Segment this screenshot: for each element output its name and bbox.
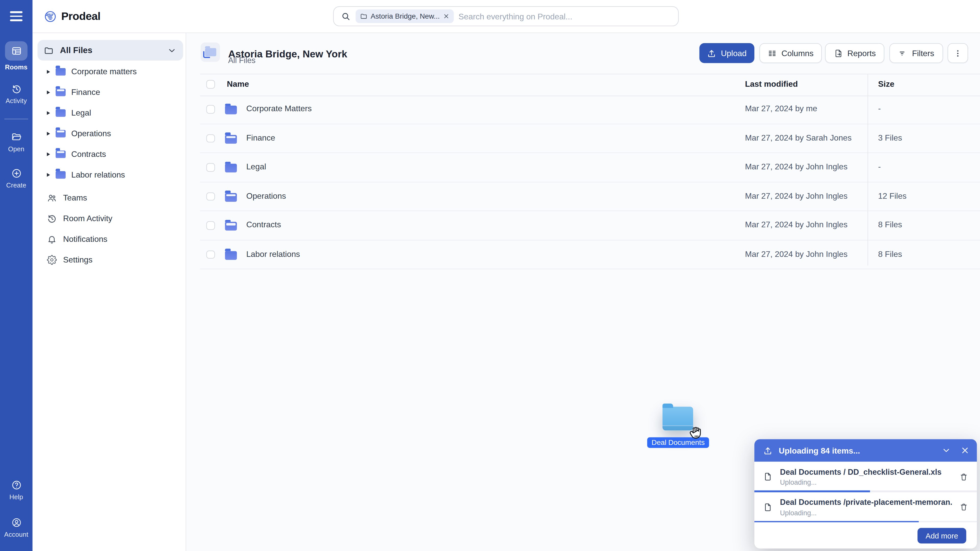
caret-right-icon[interactable] (47, 152, 50, 156)
reports-button[interactable]: Reports (825, 43, 885, 63)
search-icon (341, 11, 351, 21)
global-search-input[interactable]: Astoria Bridge, New... Search everything… (333, 6, 679, 26)
help-circle-icon (11, 480, 22, 491)
table-row-operations[interactable]: Operations Mar 27, 2024 by John Ingles 1… (200, 182, 980, 211)
search-scope-chip[interactable]: Astoria Bridge, New... (355, 10, 453, 23)
brand-logo[interactable]: Prodeal (44, 0, 100, 32)
teams-icon (47, 193, 57, 203)
chip-close-icon[interactable] (443, 13, 449, 19)
row-size: 3 Files (878, 133, 902, 142)
left-nav-rail: Rooms Activity Open Create Help Account (0, 0, 32, 551)
main-content: Astoria Bridge, New York All Files Uploa… (186, 32, 980, 551)
sidebar-menu-item-settings[interactable]: Settings (32, 249, 186, 270)
history-icon (47, 213, 57, 223)
sidebar-tree-item-contracts[interactable]: Contracts (32, 144, 186, 164)
row-checkbox[interactable] (206, 192, 215, 200)
table-row-labor-relations[interactable]: Labor relations Mar 27, 2024 by John Ing… (200, 240, 980, 269)
filter-lines-icon (898, 48, 908, 58)
column-header-last-modified[interactable]: Last modified (745, 79, 798, 89)
tree-item-label: Operations (71, 129, 111, 138)
filters-button[interactable]: Filters (889, 43, 943, 63)
rail-item-help[interactable]: Help (0, 480, 32, 500)
folder-icon (225, 193, 237, 202)
folder-icon (56, 109, 65, 116)
rail-item-open[interactable]: Open (0, 132, 32, 152)
row-name[interactable]: Contracts (246, 220, 281, 229)
rail-item-account[interactable]: Account (0, 517, 32, 538)
menu-item-label: Settings (63, 255, 92, 264)
columns-icon (768, 48, 777, 58)
table-row-finance[interactable]: Finance Mar 27, 2024 by Sarah Jones 3 Fi… (200, 124, 980, 153)
column-header-size[interactable]: Size (878, 79, 894, 89)
sidebar-tree-item-finance[interactable]: Finance (32, 82, 186, 103)
row-name[interactable]: Legal (246, 162, 266, 171)
close-panel-icon[interactable] (961, 446, 969, 455)
sidebar-menu-item-teams[interactable]: Teams (32, 187, 186, 208)
sidebar-tree-item-legal[interactable]: Legal (32, 103, 186, 123)
upload-icon (707, 48, 717, 58)
select-all-checkbox[interactable] (206, 80, 215, 88)
room-folder-tile (200, 43, 220, 62)
table-row-legal[interactable]: Legal Mar 27, 2024 by John Ingles - (200, 153, 980, 182)
caret-right-icon[interactable] (47, 90, 50, 94)
rail-item-create[interactable]: Create (0, 168, 32, 189)
sidebar-tree-item-corporate-matters[interactable]: Corporate matters (32, 61, 186, 82)
row-name[interactable]: Operations (246, 191, 286, 200)
search-placeholder: Search everything on Prodeal... (458, 11, 573, 21)
row-checkbox[interactable] (206, 134, 215, 142)
caret-right-icon[interactable] (47, 173, 50, 176)
rail-item-activity[interactable]: Activity (0, 84, 32, 104)
folder-outline-icon (44, 45, 54, 56)
reports-button-label: Reports (847, 48, 876, 58)
trash-icon[interactable] (959, 503, 968, 512)
upload-item: Deal Documents / DD_checklist-General.xl… (754, 462, 977, 492)
row-last-modified: Mar 27, 2024 by me (745, 104, 817, 113)
filters-button-label: Filters (912, 48, 934, 58)
sidebar-tree-item-operations[interactable]: Operations (32, 123, 186, 144)
caret-right-icon[interactable] (47, 111, 50, 115)
column-header-name[interactable]: Name (227, 79, 249, 89)
table-row-corporate-matters[interactable]: Corporate Matters Mar 27, 2024 by me - (200, 95, 980, 124)
row-name[interactable]: Finance (246, 133, 275, 142)
upload-items-list: Deal Documents / DD_checklist-General.xl… (754, 462, 977, 522)
row-checkbox[interactable] (206, 250, 215, 259)
folder-icon (56, 171, 65, 178)
table-row-contracts[interactable]: Contracts Mar 27, 2024 by John Ingles 8 … (200, 211, 980, 240)
more-options-button[interactable] (948, 43, 968, 63)
rail-item-rooms[interactable]: Rooms (0, 41, 32, 71)
row-size: 8 Files (878, 220, 902, 229)
upload-item-name: Deal Documents / DD_checklist-General.xl… (780, 468, 952, 476)
folder-icon (56, 150, 65, 158)
row-name[interactable]: Labor relations (246, 249, 300, 259)
upload-panel-header[interactable]: Uploading 84 items... (754, 439, 977, 462)
sidebar-menu: Teams Room Activity Notifications Settin… (32, 187, 186, 270)
collapse-panel-icon[interactable] (942, 446, 951, 455)
sidebar-menu-item-notifications[interactable]: Notifications (32, 229, 186, 249)
sidebar-menu-item-room-activity[interactable]: Room Activity (32, 208, 186, 229)
row-checkbox[interactable] (206, 105, 215, 113)
columns-button[interactable]: Columns (759, 43, 822, 63)
row-last-modified: Mar 27, 2024 by Sarah Jones (745, 133, 852, 142)
gear-icon (47, 254, 57, 265)
sidebar-root-all-files[interactable]: All Files (38, 40, 183, 61)
hamburger-menu-button[interactable] (10, 11, 22, 21)
sidebar-tree-item-labor-relations[interactable]: Labor relations (32, 164, 186, 185)
sidebar: All Files Corporate matters Finance Lega… (32, 32, 186, 551)
search-chip-label: Astoria Bridge, New... (371, 13, 440, 20)
caret-right-icon[interactable] (47, 70, 50, 73)
chevron-down-icon[interactable] (167, 46, 176, 55)
menu-item-label: Room Activity (63, 214, 112, 223)
add-more-button[interactable]: Add more (918, 528, 966, 543)
upload-button[interactable]: Upload (699, 43, 754, 63)
row-checkbox[interactable] (206, 221, 215, 230)
row-size: 8 Files (878, 249, 902, 259)
row-last-modified: Mar 27, 2024 by John Ingles (745, 220, 848, 229)
rail-divider (4, 119, 28, 119)
rail-item-label: Create (6, 181, 26, 189)
upload-panel-footer: Add more (754, 522, 977, 548)
caret-right-icon[interactable] (47, 132, 50, 135)
trash-icon[interactable] (959, 472, 968, 482)
folder-outline-icon (360, 13, 368, 20)
row-name[interactable]: Corporate Matters (246, 104, 312, 113)
row-checkbox[interactable] (206, 163, 215, 171)
